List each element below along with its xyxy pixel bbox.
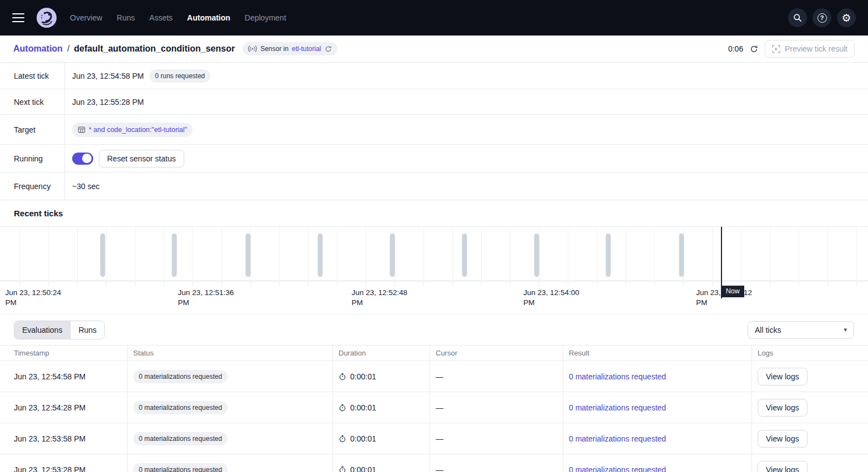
refresh-icon[interactable] [750, 45, 758, 53]
search-icon[interactable] [788, 8, 807, 27]
timeline-gridline [799, 227, 799, 286]
preview-button-label: Preview tick result [785, 44, 847, 53]
target-selection-chip[interactable]: * and code_location:"etl-tutorial" [72, 123, 193, 137]
frequency-label: Frequency [0, 172, 65, 200]
timeline-gridline [452, 227, 453, 286]
next-tick-value: Jun 23, 12:55:28 PM [72, 98, 144, 106]
row-cursor: — [436, 403, 443, 412]
row-timestamp: Jun 23, 12:53:28 PM [14, 465, 85, 472]
tick-bar[interactable] [534, 234, 539, 277]
row-duration: 0:00:01 [350, 465, 376, 472]
timeline-gridline [712, 227, 713, 286]
help-icon[interactable]: ? [813, 8, 831, 27]
settings-icon[interactable]: ⚙ [837, 8, 856, 27]
tick-bar[interactable] [390, 234, 395, 277]
sensor-location-badge: Sensor in etl-tutorial [243, 42, 337, 55]
status-badge: 0 materializations requested [133, 370, 228, 383]
nav-item-assets[interactable]: Assets [149, 13, 173, 22]
timeline-axis-label: Jun 23, 12:52:48 PM [351, 288, 415, 308]
nav-item-runs[interactable]: Runs [117, 13, 135, 22]
breadcrumb-separator: / [67, 44, 69, 54]
timeline-gridline [827, 227, 828, 286]
stopwatch-icon [339, 373, 346, 380]
timeline-gridline [19, 227, 20, 286]
nav-item-overview[interactable]: Overview [70, 13, 102, 22]
nav-item-automation[interactable]: Automation [187, 13, 230, 22]
code-location-link[interactable]: etl-tutorial [292, 45, 321, 53]
preview-tick-result-button[interactable]: Preview tick result [765, 40, 855, 58]
menu-icon[interactable] [12, 13, 24, 22]
view-logs-button[interactable]: View logs [758, 430, 808, 448]
tick-bar[interactable] [246, 234, 251, 277]
detail-row-target: Target * and code_location:"etl-tutorial… [0, 115, 868, 145]
primary-nav: Overview Runs Assets Automation Deployme… [70, 13, 286, 22]
sensor-badge-prefix: Sensor in [260, 45, 289, 53]
tab-evaluations[interactable]: Evaluations [14, 321, 70, 339]
timeline-gridline [48, 227, 49, 286]
running-toggle[interactable] [72, 153, 93, 165]
stopwatch-icon [339, 435, 346, 443]
nav-item-deployment[interactable]: Deployment [245, 13, 286, 22]
detail-row-latest-tick: Latest tick Jun 23, 12:54:58 PM 0 runs r… [0, 63, 868, 89]
timeline-plot-area [0, 227, 868, 281]
tick-bar[interactable] [318, 234, 323, 277]
view-logs-button[interactable]: View logs [758, 368, 808, 385]
col-header-duration: Duration [333, 346, 430, 361]
tick-bar[interactable] [172, 234, 177, 277]
tick-bar[interactable] [462, 234, 467, 277]
next-tick-label: Next tick [0, 89, 65, 114]
reset-sensor-status-button[interactable]: Reset sensor status [99, 150, 184, 168]
col-header-logs: Logs [752, 346, 868, 361]
timeline-gridline [423, 227, 424, 286]
timeline-gridline [221, 227, 222, 286]
top-nav: Overview Runs Assets Automation Deployme… [0, 0, 868, 35]
tick-bar[interactable] [100, 234, 105, 277]
tick-bar[interactable] [606, 234, 611, 277]
recent-ticks-timeline[interactable]: Jun 23, 12:50:24 PMJun 23, 12:51:36 PMJu… [0, 226, 868, 314]
status-badge: 0 materializations requested [133, 432, 228, 445]
latest-tick-value: Jun 23, 12:54:58 PM [72, 72, 144, 80]
timeline-gridline [741, 227, 741, 286]
view-segmented-control: Evaluations Runs [14, 321, 105, 339]
result-link[interactable]: 0 materializations requested [569, 465, 666, 472]
row-timestamp: Jun 23, 12:54:58 PM [14, 372, 85, 381]
page-header: Automation / default_automation_conditio… [0, 35, 868, 63]
result-link[interactable]: 0 materializations requested [569, 403, 666, 412]
timeline-gridline [856, 227, 857, 286]
tick-status-filter-select[interactable]: All ticks ▾ [748, 321, 854, 339]
row-cursor: — [436, 434, 443, 443]
runs-requested-badge: 0 runs requested [149, 69, 210, 83]
timeline-gridline [539, 227, 539, 286]
question-mark-icon: ? [817, 13, 827, 23]
timeline-gridline [164, 227, 164, 286]
status-badge: 0 materializations requested [133, 463, 228, 472]
table-header-row: Timestamp Status Duration Cursor Result … [0, 346, 868, 361]
view-logs-button[interactable]: View logs [758, 461, 808, 472]
col-header-status: Status [128, 346, 333, 361]
preview-play-icon [772, 45, 780, 53]
result-link[interactable]: 0 materializations requested [569, 372, 666, 381]
timeline-axis-label: Jun 23, 12:54:00 PM [523, 288, 587, 308]
page-title: default_automation_condition_sensor [74, 44, 235, 54]
reload-location-icon[interactable] [325, 45, 332, 53]
target-selection-text: * and code_location:"etl-tutorial" [89, 126, 187, 134]
sensor-signal-icon [248, 45, 257, 52]
timeline-axis-label: Jun 23, 12:51:36 PM [178, 288, 241, 308]
timeline-gridline [279, 227, 280, 286]
dagster-logo-icon[interactable] [37, 8, 57, 28]
row-duration: 0:00:01 [350, 403, 376, 412]
col-header-cursor: Cursor [430, 346, 563, 361]
timeline-gridline [77, 227, 78, 286]
tick-bar[interactable] [679, 234, 684, 277]
chevron-down-icon: ▾ [844, 326, 847, 333]
timeline-gridline [308, 227, 309, 286]
table-row: Jun 23, 12:54:58 PM 0 materializations r… [0, 361, 868, 392]
row-timestamp: Jun 23, 12:53:58 PM [14, 434, 85, 443]
view-logs-button[interactable]: View logs [758, 399, 808, 417]
target-label: Target [0, 115, 65, 144]
stopwatch-icon [339, 404, 346, 412]
tab-runs[interactable]: Runs [70, 321, 104, 339]
result-link[interactable]: 0 materializations requested [569, 434, 666, 443]
row-duration: 0:00:01 [350, 372, 376, 381]
breadcrumb-automation-link[interactable]: Automation [13, 44, 63, 54]
